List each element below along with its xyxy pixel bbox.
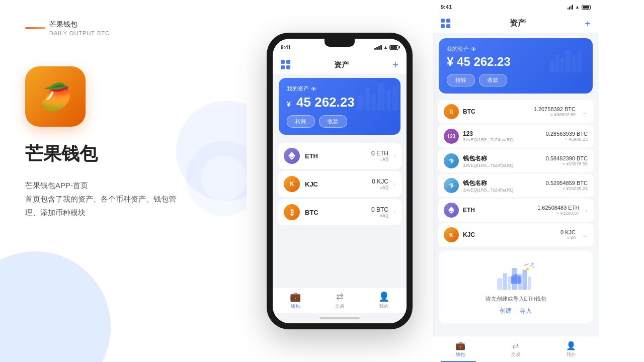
right-coin-btc[interactable]: ₿ BTC 1.20758392 BTC ≈ ¥36592.89 ⌄	[438, 100, 594, 123]
left-panel: 芒果钱包 DAILY OUTPUT BTC 🥭 芒果钱包 芒果钱包APP-首页 …	[0, 0, 247, 362]
right-wallet1-amount: 0.58482390 BTC ≈ ¥15978.56	[546, 155, 588, 166]
svg-marker-15	[448, 207, 454, 212]
right-receive-button[interactable]: 收款	[479, 74, 507, 86]
receive-button[interactable]: 收款	[319, 115, 347, 128]
right-tx-nav-icon: ⇄	[512, 341, 519, 350]
svg-rect-12	[565, 50, 571, 72]
eth-wallet-box: 请先创建或导入ETH钱包 创建 导入	[439, 250, 593, 323]
svg-rect-3	[377, 83, 384, 111]
right-eye-icon[interactable]: 👁	[471, 46, 476, 52]
eth-amount: 0 ETH ≈¥0	[371, 150, 388, 162]
svg-rect-19	[508, 277, 511, 290]
nav-transactions[interactable]: ⇄ 交易	[335, 291, 344, 310]
svg-rect-2	[372, 93, 376, 111]
right-transfer-button[interactable]: 转账	[447, 74, 475, 86]
chevron-right-icon: ›	[393, 209, 395, 216]
kjc-info: KJC	[305, 180, 367, 188]
right-kjc-info: KJC	[463, 231, 556, 238]
phone-app-header: 资产 +	[273, 56, 407, 74]
kjc-logo: K	[284, 176, 300, 192]
svg-rect-18	[503, 273, 507, 290]
svg-rect-10	[555, 54, 559, 72]
right-kjc-logo: K	[444, 227, 459, 242]
svg-line-28	[530, 264, 533, 266]
brand-sub: DAILY OUTPUT BTC	[49, 30, 110, 36]
svg-marker-7	[288, 152, 295, 157]
right-card-buttons: 转账 收款	[447, 74, 585, 86]
status-icons: ▲	[374, 45, 398, 50]
transfer-button[interactable]: 转账	[287, 115, 315, 128]
right-add-button[interactable]: +	[585, 19, 591, 29]
right-grid-icon[interactable]	[441, 19, 451, 29]
kjc-chevron-down-icon: ⌄	[582, 231, 588, 239]
right-coin-123[interactable]: 123 123 3AvEQt1R8...TsZ4fpaRQ 0.28563939…	[438, 125, 594, 148]
coin-item-btc[interactable]: ₿ BTC 0 BTC ≈¥0 ›	[278, 199, 401, 225]
nav-wallet[interactable]: 💼 钱包	[290, 291, 301, 310]
add-button[interactable]: +	[392, 60, 398, 70]
coin-item-eth[interactable]: ETH 0 ETH ≈¥0 ›	[278, 143, 401, 169]
phone-bottom-nav: 💼 钱包 ⇄ 交易 👤 我的	[273, 287, 407, 313]
brand-bar: 芒果钱包 DAILY OUTPUT BTC	[25, 20, 221, 36]
eth-import-link[interactable]: 导入	[520, 307, 532, 315]
eth-wallet-text: 请先创建或导入ETH钱包	[486, 295, 546, 303]
phone-screen: 9:41 ▲	[273, 39, 407, 323]
eth-info: ETH	[305, 152, 366, 160]
app-icon: 🥭	[25, 66, 86, 127]
brand-name-small: 芒果钱包	[49, 20, 110, 29]
right-nav-profile[interactable]: 👤 我的	[566, 341, 576, 358]
right-bottom-nav: 💼 钱包 ⇄ 交易 👤 我的	[433, 336, 599, 362]
svg-rect-5	[392, 85, 398, 111]
eth-wallet-links: 创建 导入	[500, 307, 532, 315]
home-indicator	[273, 313, 407, 323]
svg-rect-17	[497, 278, 502, 290]
right-status-time: 9:41	[441, 4, 452, 10]
svg-rect-4	[386, 90, 391, 111]
right-nav-tx[interactable]: ⇄ 交易	[511, 341, 520, 358]
right-profile-nav-icon: 👤	[566, 341, 576, 350]
right-123-logo: 123	[444, 129, 459, 144]
eth-create-link[interactable]: 创建	[500, 307, 512, 315]
svg-rect-24	[511, 277, 521, 284]
chevron-right-icon: ›	[393, 152, 395, 159]
chevron-down-icon: ⌄	[582, 108, 588, 116]
right-coin-eth[interactable]: ETH 1.62508483 ETH ≈ ¥1268.87 ›	[438, 199, 594, 222]
right-kjc-amount: 0 KJC ≈ ¥0	[560, 229, 576, 240]
transaction-nav-icon: ⇄	[336, 291, 344, 302]
right-123-info: 123 3AvEQt1R8...TsZ4fpaRQ	[463, 130, 542, 142]
profile-nav-icon: 👤	[378, 291, 389, 302]
eye-icon[interactable]: 👁	[311, 86, 316, 92]
right-coin-wallet1[interactable]: 💎 钱包名称 3AvEQt1R8...TsZ4fpaRQ 0.58482390 …	[438, 149, 594, 172]
card-buttons: 转账 收款	[287, 115, 392, 128]
eth-wallet-illustration	[496, 258, 536, 291]
nav-profile-label: 我的	[379, 303, 388, 310]
brand-line	[25, 27, 45, 29]
right-header: 资产 +	[433, 14, 599, 33]
right-wifi-icon: ▲	[575, 5, 580, 10]
svg-rect-14	[577, 52, 582, 72]
home-bar	[319, 317, 360, 319]
coin-item-kjc[interactable]: K KJC 0 KJC ≈¥0 ›	[278, 171, 401, 197]
svg-rect-9	[549, 60, 554, 72]
right-coin-list: ₿ BTC 1.20758392 BTC ≈ ¥36592.89 ⌄ 123 1…	[433, 97, 599, 336]
phone-notch	[325, 39, 355, 47]
right-coin-kjc[interactable]: K KJC 0 KJC ≈ ¥0 ⌄	[438, 223, 594, 246]
svg-rect-13	[572, 56, 576, 72]
right-eth-info: ETH	[463, 207, 533, 214]
svg-rect-11	[560, 58, 564, 72]
nav-wallet-label: 钱包	[291, 303, 300, 310]
svg-point-26	[526, 268, 529, 270]
asset-card: 我的资产 👁 ¥ 45 262.23 转账 收款	[279, 78, 400, 135]
right-btc-info: BTC	[463, 108, 530, 115]
svg-line-27	[524, 264, 529, 266]
wifi-icon: ▲	[383, 45, 388, 50]
right-wallet1-logo: 💎	[444, 153, 459, 168]
svg-rect-0	[358, 96, 364, 111]
nav-profile[interactable]: 👤 我的	[378, 291, 389, 310]
right-btc-logo: ₿	[444, 104, 459, 119]
right-nav-wallet[interactable]: 💼 钱包	[455, 341, 465, 358]
phone-mockup: 9:41 ▲	[267, 33, 413, 329]
right-coin-wallet2[interactable]: 💎 钱包名称 3AvEQt1R8...TsZ4fpaRQ 0.52954859 …	[438, 174, 594, 197]
right-eth-amount: 1.62508483 ETH ≈ ¥1268.87	[537, 205, 579, 216]
right-wallet1-info: 钱包名称 3AvEQt1R8...TsZ4fpaRQ	[463, 154, 542, 168]
grid-icon[interactable]	[281, 60, 291, 70]
